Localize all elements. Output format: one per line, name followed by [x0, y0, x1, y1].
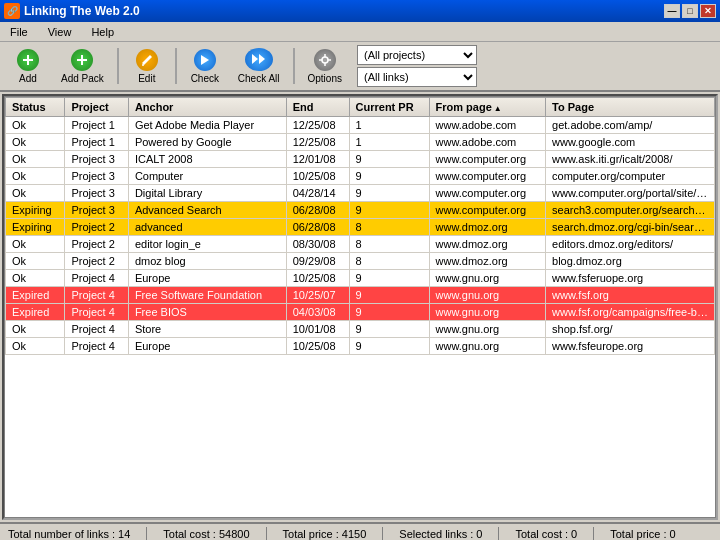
svg-point-8 [322, 57, 328, 63]
cell-toPage: shop.fsf.org/ [546, 321, 715, 338]
app-title: Linking The Web 2.0 [24, 4, 140, 18]
col-end[interactable]: End [286, 98, 349, 117]
cell-status: Expired [6, 287, 65, 304]
cell-anchor: Free Software Foundation [128, 287, 286, 304]
cell-fromPage: www.gnu.org [429, 287, 546, 304]
add-pack-button[interactable]: Add Pack [54, 45, 111, 87]
title-bar-controls: — □ ✕ [664, 4, 716, 18]
project-filter-dropdown[interactable]: (All projects) Project 1 Project 2 Proje… [357, 45, 477, 65]
cell-status: Ok [6, 168, 65, 185]
cell-fromPage: www.computer.org [429, 185, 546, 202]
menu-file[interactable]: File [4, 24, 34, 40]
minimize-button[interactable]: — [664, 4, 680, 18]
table-row[interactable]: ExpiredProject 4Free Software Foundation… [6, 287, 715, 304]
cell-project: Project 4 [65, 304, 129, 321]
table-row[interactable]: OkProject 3Digital Library04/28/149www.c… [6, 185, 715, 202]
cell-anchor: editor login_e [128, 236, 286, 253]
col-current-pr[interactable]: Current PR [349, 98, 429, 117]
close-button[interactable]: ✕ [700, 4, 716, 18]
maximize-button[interactable]: □ [682, 4, 698, 18]
toolbar-separator-2 [175, 48, 177, 84]
cell-fromPage: www.computer.org [429, 151, 546, 168]
cell-anchor: Store [128, 321, 286, 338]
table-row[interactable]: OkProject 4Store10/01/089www.gnu.orgshop… [6, 321, 715, 338]
cell-anchor: Europe [128, 270, 286, 287]
cell-project: Project 2 [65, 219, 129, 236]
cell-project: Project 4 [65, 321, 129, 338]
table-row[interactable]: OkProject 3ICALT 200812/01/089www.comput… [6, 151, 715, 168]
cell-project: Project 4 [65, 287, 129, 304]
cell-currentPR: 9 [349, 321, 429, 338]
cell-fromPage: www.computer.org [429, 168, 546, 185]
table-row[interactable]: OkProject 2editor login_e08/30/088www.dm… [6, 236, 715, 253]
cell-toPage: www.fsferuope.org [546, 270, 715, 287]
menu-view[interactable]: View [42, 24, 78, 40]
selected-price-label: Total price : 0 [610, 528, 675, 540]
menu-help[interactable]: Help [85, 24, 120, 40]
cell-end: 06/28/08 [286, 202, 349, 219]
table-row[interactable]: OkProject 4Europe10/25/089www.gnu.orgwww… [6, 270, 715, 287]
cell-currentPR: 1 [349, 117, 429, 134]
cell-currentPR: 9 [349, 185, 429, 202]
cell-toPage: search.dmoz.org/cgi-bin/search?... [546, 219, 715, 236]
table-row[interactable]: OkProject 1Get Adobe Media Player12/25/0… [6, 117, 715, 134]
edit-button[interactable]: Edit [125, 45, 169, 87]
col-from-page[interactable]: From page▲ [429, 98, 546, 117]
cell-project: Project 3 [65, 185, 129, 202]
check-button[interactable]: Check [183, 45, 227, 87]
toolbar: Add Add Pack Edit Check Check All Option… [0, 42, 720, 92]
table-row[interactable]: ExpiredProject 4Free BIOS04/03/089www.gn… [6, 304, 715, 321]
cell-fromPage: www.adobe.com [429, 134, 546, 151]
link-table-container[interactable]: Status Project Anchor End Current PR Fro… [4, 96, 716, 518]
cell-toPage: www.fsf.org [546, 287, 715, 304]
cell-anchor: Free BIOS [128, 304, 286, 321]
col-anchor[interactable]: Anchor [128, 98, 286, 117]
options-icon [314, 49, 336, 71]
svg-marker-6 [252, 54, 258, 64]
cell-status: Expiring [6, 219, 65, 236]
status-separator-5 [593, 527, 594, 540]
status-separator-4 [498, 527, 499, 540]
cell-anchor: Computer [128, 168, 286, 185]
cell-currentPR: 9 [349, 168, 429, 185]
link-filter-dropdown[interactable]: (All links) Ok Expiring Expired [357, 67, 477, 87]
app-icon: 🔗 [4, 3, 20, 19]
table-row[interactable]: ExpiringProject 2advanced06/28/088www.dm… [6, 219, 715, 236]
table-row[interactable]: OkProject 2dmoz blog09/29/088www.dmoz.or… [6, 253, 715, 270]
options-button[interactable]: Options [301, 45, 349, 87]
cell-status: Ok [6, 134, 65, 151]
cell-currentPR: 9 [349, 151, 429, 168]
cell-project: Project 4 [65, 338, 129, 355]
cell-currentPR: 9 [349, 270, 429, 287]
menu-bar: File View Help [0, 22, 720, 42]
svg-marker-7 [259, 54, 265, 64]
cell-toPage: www.fsfeurope.org [546, 338, 715, 355]
toolbar-separator-3 [293, 48, 295, 84]
table-row[interactable]: OkProject 1Powered by Google12/25/081www… [6, 134, 715, 151]
cell-currentPR: 8 [349, 253, 429, 270]
status-bar: Total number of links : 14 Total cost : … [0, 522, 720, 540]
col-project[interactable]: Project [65, 98, 129, 117]
status-separator-1 [146, 527, 147, 540]
filter-dropdowns: (All projects) Project 1 Project 2 Proje… [357, 45, 477, 87]
table-row[interactable]: ExpiringProject 3Advanced Search06/28/08… [6, 202, 715, 219]
col-status[interactable]: Status [6, 98, 65, 117]
link-table: Status Project Anchor End Current PR Fro… [5, 97, 715, 355]
cell-toPage: search3.computer.org/search/a... [546, 202, 715, 219]
cell-anchor: Europe [128, 338, 286, 355]
cell-end: 10/25/08 [286, 270, 349, 287]
cell-toPage: www.ask.iti.gr/icalt/2008/ [546, 151, 715, 168]
table-row[interactable]: OkProject 3Computer10/25/089www.computer… [6, 168, 715, 185]
add-button[interactable]: Add [6, 45, 50, 87]
check-all-button[interactable]: Check All [231, 45, 287, 87]
cell-currentPR: 8 [349, 236, 429, 253]
cell-status: Ok [6, 338, 65, 355]
col-to-page[interactable]: To Page [546, 98, 715, 117]
cell-project: Project 2 [65, 236, 129, 253]
cell-project: Project 1 [65, 134, 129, 151]
cell-status: Ok [6, 117, 65, 134]
cell-end: 10/25/08 [286, 338, 349, 355]
table-row[interactable]: OkProject 4Europe10/25/089www.gnu.orgwww… [6, 338, 715, 355]
selected-cost-label: Total cost : 0 [515, 528, 577, 540]
cell-status: Ok [6, 236, 65, 253]
